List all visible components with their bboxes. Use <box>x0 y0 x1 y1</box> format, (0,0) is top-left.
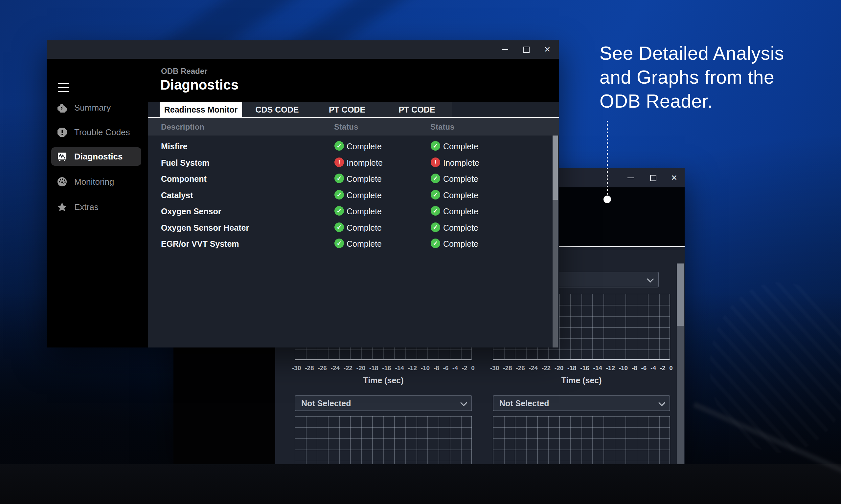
menu-icon[interactable] <box>58 83 69 92</box>
diagnostics-scrollbar[interactable] <box>552 136 558 347</box>
check-circle-icon: ✓ <box>431 206 440 216</box>
desk-photo-strip <box>0 464 841 504</box>
annotation-text: See Detailed Analysis and Graphs from th… <box>600 41 784 113</box>
annotation-line: ODB Reader. <box>600 89 784 113</box>
desktop-background: ✕ -30-28-26-24-22-20-18-16-14-12-10-8-6-… <box>0 0 841 504</box>
diagnostics-scrollbar-thumb[interactable] <box>552 136 558 200</box>
check-circle-icon: ✓ <box>431 190 440 199</box>
tab-cds-code[interactable]: CDS CODE <box>242 102 312 117</box>
check-circle-icon: ✓ <box>334 222 344 232</box>
engine-icon <box>56 102 68 113</box>
check-circle-icon: ✓ <box>334 206 344 216</box>
sidebar: Summary Trouble Codes Diagnostics Monito… <box>47 59 148 347</box>
table-row: Oxygen Sensor Heater ✓ Complete ✓ Comple… <box>148 220 559 236</box>
check-circle-icon: ✓ <box>334 141 344 150</box>
table-row: Misfire ✓ Complete ✓ Complete <box>148 139 559 155</box>
alert-circle-icon: ! <box>431 158 440 167</box>
graphs-scrollbar-thumb[interactable] <box>677 264 684 326</box>
table-row: Fuel System ! Inomplete ! Inomplete <box>148 155 559 171</box>
chevron-down-icon <box>658 399 665 406</box>
sidebar-item-label: Monitoring <box>74 177 114 187</box>
readiness-table: Misfire ✓ Complete ✓ Complete Fuel Syste… <box>148 136 559 347</box>
sidebar-item-trouble-codes[interactable]: Trouble Codes <box>51 123 141 141</box>
annotation-connector-line <box>607 121 608 196</box>
alert-octagon-icon <box>56 127 68 138</box>
page-title: Diagnostics <box>160 77 239 93</box>
background-tread-pattern <box>709 282 841 453</box>
table-header: Description Status Status <box>148 118 559 136</box>
chevron-down-icon <box>647 275 654 282</box>
maximize-icon[interactable] <box>519 43 534 56</box>
column-header-status-2: Status <box>430 122 454 131</box>
tab-pt-code-2[interactable]: PT CODE <box>382 102 452 117</box>
pid-select-left-lower[interactable]: Not Selected <box>295 395 472 411</box>
table-row: EGR/or VVT System ✓ Complete ✓ Complete <box>148 236 559 252</box>
table-row: Component ✓ Complete ✓ Complete <box>148 171 559 187</box>
diagnostics-window: ✕ Summary Trouble Codes Diagnosti <box>47 40 559 347</box>
chart-grid-left-lower <box>295 416 472 464</box>
annotation-connector-dot <box>603 196 611 203</box>
check-circle-icon: ✓ <box>431 238 440 248</box>
app-title: ODB Reader <box>161 67 207 76</box>
x-axis-ticks-left: -30-28-26-24-22-20-18-16-14-12-10-8-6-4-… <box>292 364 475 372</box>
check-circle-icon: ✓ <box>431 174 440 183</box>
minimize-icon[interactable] <box>497 43 513 56</box>
tab-pt-code-1[interactable]: PT CODE <box>312 102 382 117</box>
diagnostics-window-titlebar[interactable]: ✕ <box>47 40 559 59</box>
star-icon <box>56 201 68 213</box>
tab-readiness-monitor[interactable]: Readiness Monitor <box>160 102 242 117</box>
table-row: Catalyst ✓ Complete ✓ Complete <box>148 187 559 204</box>
sidebar-item-label: Summary <box>74 103 111 113</box>
gauge-icon <box>56 176 68 187</box>
alert-circle-icon: ! <box>334 158 344 167</box>
x-axis-ticks-right: -30-28-26-24-22-20-18-16-14-12-10-8-6-4-… <box>490 364 673 372</box>
close-icon[interactable]: ✕ <box>667 171 682 184</box>
sidebar-item-diagnostics[interactable]: Diagnostics <box>51 147 141 166</box>
tab-bar: Readiness Monitor CDS CODE PT CODE PT CO… <box>160 102 452 117</box>
x-axis-label-right: Time (sec) <box>493 376 670 385</box>
check-circle-icon: ✓ <box>431 222 440 232</box>
sidebar-item-label: Trouble Codes <box>74 127 130 138</box>
annotation-line: See Detailed Analysis <box>600 41 784 65</box>
column-header-description: Description <box>161 122 204 131</box>
x-axis-label-left: Time (sec) <box>295 376 472 385</box>
column-header-status-1: Status <box>334 122 358 131</box>
sidebar-item-monitoring[interactable]: Monitoring <box>51 173 141 191</box>
sidebar-item-label: Extras <box>74 202 99 212</box>
check-circle-icon: ✓ <box>334 190 344 199</box>
table-row: Oxygen Sensor ✓ Complete ✓ Complete <box>148 203 559 220</box>
sidebar-item-summary[interactable]: Summary <box>51 98 141 117</box>
maximize-icon[interactable] <box>646 171 660 184</box>
close-icon[interactable]: ✕ <box>540 43 555 56</box>
chevron-down-icon <box>460 399 467 406</box>
check-circle-icon: ✓ <box>431 141 440 150</box>
check-circle-icon: ✓ <box>334 238 344 248</box>
pid-select-right-lower[interactable]: Not Selected <box>493 395 670 411</box>
chart-grid-right-lower <box>493 416 670 464</box>
check-circle-icon: ✓ <box>334 174 344 183</box>
sidebar-item-extras[interactable]: Extras <box>51 198 141 216</box>
minimize-icon[interactable] <box>623 171 638 184</box>
sidebar-item-label: Diagnostics <box>74 151 122 162</box>
graphs-scrollbar[interactable] <box>677 264 684 464</box>
diagnostics-monitor-icon <box>56 151 68 162</box>
annotation-line: and Graphs from the <box>600 65 784 89</box>
